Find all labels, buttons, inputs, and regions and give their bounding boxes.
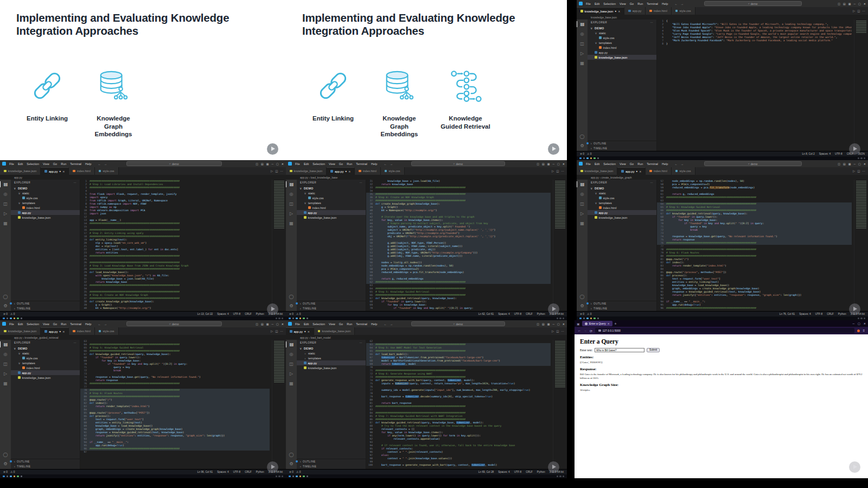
layout-grid-icon[interactable]: ▦ [547, 322, 550, 326]
taskbar-app-icon[interactable] [10, 318, 12, 320]
minimap[interactable] [553, 180, 567, 311]
menu-edit[interactable]: Edit [17, 322, 23, 326]
menu-go[interactable]: Go [339, 162, 343, 166]
account-icon[interactable]: ◯ [286, 294, 297, 300]
file-tree-item-app.py[interactable]: app.py [588, 210, 656, 215]
explorer-icon[interactable]: ▤ [286, 341, 297, 347]
taskbar-app-icon[interactable] [296, 476, 298, 478]
command-search-box[interactable]: ⌕demo [704, 1, 802, 6]
menu-terminal[interactable]: Terminal [69, 322, 82, 326]
menu-edit[interactable]: Edit [594, 2, 600, 5]
layout-grid-icon[interactable]: ▦ [848, 162, 851, 166]
status-item[interactable]: CRLF [526, 313, 533, 315]
menu-selection[interactable]: Selection [603, 2, 616, 5]
gear-icon[interactable]: ⚙ [0, 303, 11, 309]
breadcrumb[interactable]: app.py [0, 175, 286, 180]
more-actions-icon[interactable]: ⋯ [863, 9, 866, 12]
gear-icon[interactable]: ⚙ [577, 143, 588, 149]
account-icon[interactable]: ◯ [577, 294, 588, 300]
editor-tab[interactable]: knowledge_base.json [314, 327, 355, 335]
close-window-icon[interactable]: ✕ [282, 162, 284, 166]
file-tree-item-index.html[interactable]: index.html [588, 205, 656, 210]
url-bar[interactable]: 127.0.0.1:5000 [595, 328, 854, 333]
file-tree-item-style.css[interactable]: style.css [11, 195, 80, 200]
status-item[interactable]: Python [537, 471, 545, 473]
status-item[interactable]: JSON [858, 153, 865, 155]
gear-icon[interactable]: ⚙ [286, 461, 297, 467]
split-editor-icon[interactable]: ◫ [275, 329, 278, 333]
status-item[interactable]: UTF-8 [514, 471, 522, 473]
menu-selection[interactable]: Selection [26, 162, 40, 166]
minimap[interactable] [854, 20, 868, 151]
query-input[interactable] [595, 348, 644, 352]
close-tab-icon[interactable]: ✕ [348, 170, 350, 173]
editor-tab[interactable]: knowledge_base.json [286, 167, 327, 175]
status-item[interactable]: Python [256, 313, 264, 315]
taskbar-app-icon[interactable] [303, 318, 305, 320]
menu-help[interactable]: Help [371, 162, 378, 166]
file-tree-item-app.py[interactable]: app.py [297, 360, 366, 365]
history-arrows-icon[interactable]: ← → [98, 322, 108, 326]
source-control-icon[interactable]: ◫ [286, 201, 297, 207]
history-arrows-icon[interactable]: ← → [674, 2, 685, 5]
file-tree-item-templates[interactable]: ∨templates [588, 40, 656, 45]
menu-file[interactable]: File [585, 2, 591, 5]
system-tray[interactable] [858, 318, 866, 320]
run-icon[interactable]: ▷ [552, 169, 554, 173]
taskbar-search-icon[interactable] [7, 318, 9, 320]
close-tab-icon[interactable]: ✕ [608, 322, 610, 325]
status-item[interactable]: Spaces: 4 [819, 153, 831, 155]
source-control-icon[interactable]: ◫ [0, 361, 11, 367]
sidebar-section-outline[interactable]: ›OUTLINE [297, 459, 366, 464]
menu-edit[interactable]: Edit [303, 322, 309, 326]
status-item[interactable]: Python [838, 313, 846, 315]
file-tree-item-DEMO[interactable]: ∨DEMO [588, 26, 656, 30]
layout-grid-icon[interactable]: ▦ [547, 162, 550, 166]
file-tree-item-knowledge_base.json[interactable]: knowledge_base.json [11, 375, 80, 380]
run-icon[interactable]: ▷ [271, 329, 273, 333]
close-tab-icon[interactable]: ✕ [62, 330, 65, 333]
system-tray[interactable] [276, 318, 284, 320]
taskbar-app-icon[interactable] [21, 318, 23, 320]
start-button-icon[interactable] [579, 318, 582, 320]
breadcrumb[interactable]: app.py › create_knowledge_graph [577, 175, 868, 180]
taskbar-app-icon[interactable] [14, 318, 16, 320]
extensions-icon[interactable]: ▦ [286, 381, 297, 386]
file-tree-item-static[interactable]: ∨static [297, 191, 366, 195]
file-tree-item-DEMO[interactable]: ∨DEMO [11, 346, 80, 351]
errors-status[interactable]: ⊘ 0 [289, 313, 293, 315]
more-actions-icon[interactable]: ⋯ [863, 169, 866, 173]
status-item[interactable]: Spaces: 4 [217, 471, 228, 473]
file-tree-item-static[interactable]: ›static [297, 351, 366, 356]
editor-tab[interactable]: index.html [69, 327, 95, 335]
start-button-icon[interactable] [289, 476, 291, 478]
errors-status[interactable]: ⊘ 0 [3, 313, 8, 315]
split-editor-icon[interactable]: ◫ [556, 329, 559, 333]
sidebar-section-outline[interactable]: ›OUTLINE [588, 301, 656, 306]
history-arrows-icon[interactable]: ← → [98, 162, 108, 166]
file-tree-item-static[interactable]: ∨static [11, 191, 80, 195]
menu-view[interactable]: View [328, 322, 336, 326]
extensions-icon[interactable]: ▦ [577, 60, 588, 66]
close-tab-icon[interactable]: ✕ [62, 170, 65, 173]
search-icon[interactable]: ◎ [577, 191, 588, 197]
errors-status[interactable]: ⊘ 0 [289, 471, 293, 473]
editor-tab[interactable]: style.css [95, 327, 119, 335]
layout-sidebar-icon[interactable]: ▤ [542, 162, 545, 166]
layout-panel-icon[interactable]: ◫ [256, 322, 258, 326]
run-icon[interactable]: ▷ [552, 329, 554, 333]
file-tree-item-knowledge_base.json[interactable]: knowledge_base.json [588, 215, 656, 220]
close-window-icon[interactable]: ✕ [864, 162, 866, 166]
taskbar-app-icon[interactable] [17, 318, 19, 320]
menu-go[interactable]: Go [629, 2, 634, 5]
layout-panel-icon[interactable]: ◫ [256, 162, 258, 166]
minimap[interactable] [553, 340, 567, 469]
taskbar-app-icon[interactable] [296, 318, 298, 320]
run-debug-icon[interactable]: ▷ [0, 371, 11, 377]
run-debug-icon[interactable]: ▷ [577, 211, 588, 217]
file-tree-item-index.html[interactable]: index.html [588, 45, 656, 50]
menu-help[interactable]: Help [661, 2, 668, 5]
menu-run[interactable]: Run [60, 162, 67, 166]
gear-icon[interactable]: ⚙ [0, 461, 11, 467]
file-tree-item-style.css[interactable]: style.css [588, 195, 656, 200]
